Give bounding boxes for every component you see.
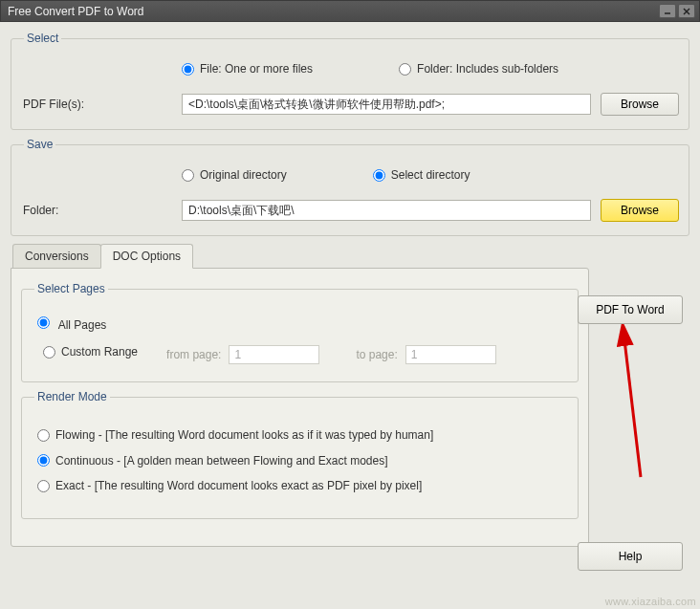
radio-folder[interactable]: Folder: Includes sub-folders bbox=[399, 62, 558, 76]
watermark-text: www.xiazaiba.com bbox=[605, 596, 696, 607]
radio-file-label: File: One or more files bbox=[200, 62, 313, 76]
radio-all-pages-label: All Pages bbox=[58, 318, 107, 332]
minimize-button[interactable] bbox=[659, 4, 676, 18]
select-radio-row: File: One or more files Folder: Includes… bbox=[182, 62, 679, 76]
tab-doc-options[interactable]: DOC Options bbox=[100, 244, 193, 269]
radio-original-directory[interactable]: Original directory bbox=[182, 168, 287, 182]
right-column: PDF To Word bbox=[578, 295, 683, 324]
select-group: Select File: One or more files Folder: I… bbox=[11, 32, 689, 130]
titlebar: Free Convert PDF to Word bbox=[0, 0, 700, 22]
radio-custom-range-input[interactable] bbox=[43, 346, 55, 359]
render-mode-group: Render Mode Flowing - [The resulting Wor… bbox=[21, 390, 579, 519]
radio-folder-input[interactable] bbox=[399, 63, 411, 76]
radio-original-input[interactable] bbox=[182, 169, 194, 182]
tab-conversions[interactable]: Conversions bbox=[12, 244, 101, 268]
select-legend: Select bbox=[24, 32, 61, 45]
render-mode-legend: Render Mode bbox=[34, 390, 110, 403]
radio-custom-range[interactable]: Custom Range bbox=[43, 345, 138, 359]
from-page-label: from page: bbox=[166, 348, 221, 361]
window-body: Select File: One or more files Folder: I… bbox=[0, 22, 700, 609]
from-page-input[interactable] bbox=[229, 345, 319, 364]
select-pages-legend: Select Pages bbox=[34, 282, 108, 295]
annotation-arrow-icon bbox=[612, 324, 650, 487]
save-radio-row: Original directory Select directory bbox=[182, 168, 679, 182]
minimize-icon bbox=[663, 8, 672, 15]
browse-folder-button[interactable]: Browse bbox=[601, 199, 679, 222]
radio-exact-label: Exact - [The resulting Word document loo… bbox=[55, 479, 422, 492]
pdf-file-row: PDF File(s): Browse bbox=[21, 93, 679, 116]
folder-input[interactable] bbox=[182, 200, 591, 221]
save-group: Save Original directory Select directory… bbox=[11, 138, 689, 236]
radio-exact-input[interactable] bbox=[37, 480, 50, 492]
save-legend: Save bbox=[24, 138, 55, 151]
radio-continuous-label: Continuous - [A golden mean between Flow… bbox=[55, 454, 388, 468]
radio-all-pages[interactable]: All Pages bbox=[37, 316, 568, 332]
close-icon bbox=[682, 7, 691, 16]
radio-custom-range-label: Custom Range bbox=[61, 345, 138, 359]
page-range-inputs: from page: to page: bbox=[166, 345, 496, 364]
close-button[interactable] bbox=[678, 4, 695, 18]
folder-row: Folder: Browse bbox=[21, 199, 679, 222]
help-button[interactable]: Help bbox=[578, 542, 683, 571]
help-button-wrap: Help bbox=[578, 542, 683, 571]
to-page-label: to page: bbox=[356, 348, 397, 361]
radio-continuous-input[interactable] bbox=[37, 454, 50, 467]
radio-flowing-input[interactable] bbox=[37, 429, 50, 442]
radio-flowing-label: Flowing - [The resulting Word document l… bbox=[55, 428, 433, 442]
browse-file-button[interactable]: Browse bbox=[601, 93, 679, 116]
tab-body-doc-options: Select Pages All Pages Custom Range from… bbox=[11, 268, 589, 547]
radio-original-label: Original directory bbox=[200, 168, 287, 182]
pdf-to-word-button[interactable]: PDF To Word bbox=[578, 295, 683, 324]
radio-folder-label: Folder: Includes sub-folders bbox=[417, 62, 558, 76]
radio-file[interactable]: File: One or more files bbox=[182, 62, 313, 76]
radio-exact[interactable]: Exact - [The resulting Word document loo… bbox=[37, 479, 422, 492]
radio-file-input[interactable] bbox=[182, 63, 194, 76]
radio-all-pages-input[interactable] bbox=[37, 316, 50, 329]
radio-select-input[interactable] bbox=[373, 169, 385, 182]
radio-continuous[interactable]: Continuous - [A golden mean between Flow… bbox=[37, 454, 388, 468]
pdf-file-label: PDF File(s): bbox=[21, 98, 182, 111]
to-page-input[interactable] bbox=[405, 345, 496, 364]
window-title: Free Convert PDF to Word bbox=[5, 5, 657, 18]
pdf-file-input[interactable] bbox=[182, 94, 591, 115]
radio-select-label: Select directory bbox=[391, 168, 470, 182]
radio-select-directory[interactable]: Select directory bbox=[373, 168, 470, 182]
select-pages-group: Select Pages All Pages Custom Range from… bbox=[21, 282, 579, 382]
radio-flowing[interactable]: Flowing - [The resulting Word document l… bbox=[37, 428, 433, 442]
svg-line-3 bbox=[623, 332, 641, 477]
folder-label: Folder: bbox=[21, 204, 182, 217]
tab-strip: Conversions DOC Options bbox=[11, 244, 689, 268]
